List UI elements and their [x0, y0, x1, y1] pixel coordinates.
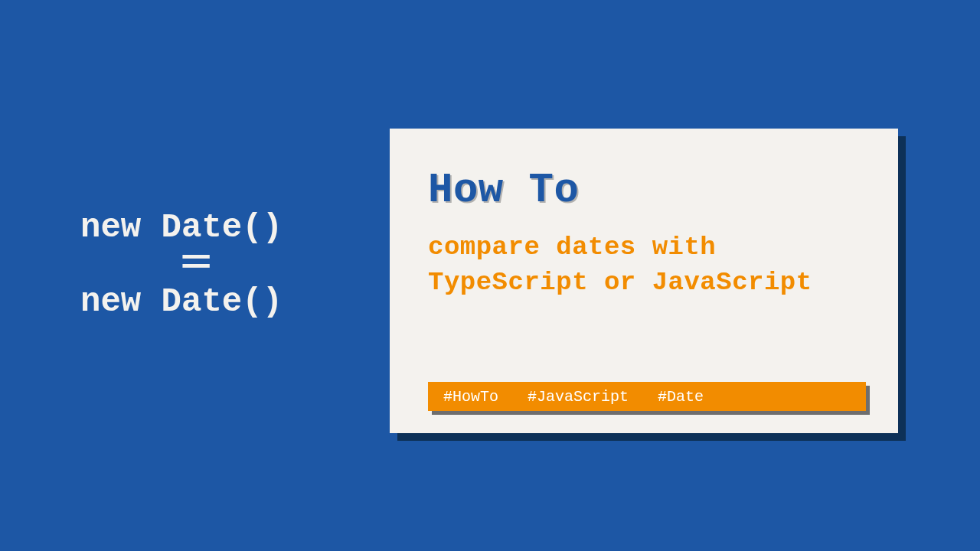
tag-item: #Date [658, 388, 704, 406]
tag-item: #JavaScript [528, 388, 629, 406]
code-line-1: new Date() [80, 208, 283, 246]
card-subtitle: compare dates with TypeScript or JavaScr… [428, 230, 864, 301]
title-card: How To compare dates with TypeScript or … [390, 129, 898, 433]
tag-item: #HowTo [443, 388, 498, 406]
code-illustration: new Date() = new Date() [80, 207, 283, 323]
card-title: How To [428, 167, 864, 214]
tagbar: #HowTo #JavaScript #Date [428, 382, 866, 411]
equals-sign: = [180, 249, 344, 281]
code-line-2: new Date() [80, 282, 283, 321]
